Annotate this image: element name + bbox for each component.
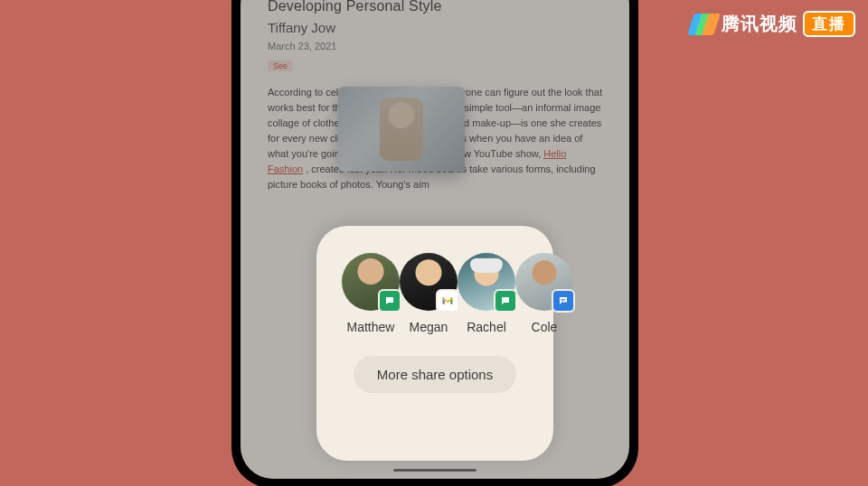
chat-app-icon	[378, 289, 401, 313]
svg-rect-0	[561, 299, 566, 300]
home-indicator[interactable]	[393, 469, 476, 472]
share-contact-matthew[interactable]: Matthew	[342, 253, 400, 334]
live-badge: 直播	[803, 11, 855, 37]
avatar	[342, 253, 400, 311]
messages-app-icon	[552, 289, 575, 313]
share-sheet: Matthew Megan	[316, 226, 553, 461]
share-contact-megan[interactable]: Megan	[400, 253, 458, 334]
avatar	[400, 253, 458, 311]
avatar	[458, 253, 515, 311]
contact-name: Cole	[532, 320, 558, 334]
avatar	[515, 253, 573, 311]
share-contact-rachel[interactable]: Rachel	[458, 253, 515, 334]
more-share-options-button[interactable]: More share options	[354, 356, 516, 393]
svg-rect-1	[561, 301, 565, 302]
chat-app-icon	[494, 289, 517, 313]
phone-screen: ome bumper ach to e time, al with he s I…	[241, 0, 629, 479]
tencent-video-logo-icon	[691, 14, 716, 35]
contact-name: Megan	[410, 320, 448, 334]
watermark: 腾讯视频 直播	[691, 11, 855, 37]
phone-frame: ome bumper ach to e time, al with he s I…	[231, 0, 638, 486]
video-frame: ome bumper ach to e time, al with he s I…	[0, 0, 868, 486]
contact-name: Matthew	[347, 320, 395, 334]
watermark-text: 腾讯视频	[722, 12, 797, 36]
gmail-app-icon	[436, 289, 459, 313]
share-contact-cole[interactable]: Cole	[515, 253, 573, 334]
contact-name: Rachel	[467, 320, 506, 334]
share-contacts-row: Matthew Megan	[336, 253, 533, 334]
